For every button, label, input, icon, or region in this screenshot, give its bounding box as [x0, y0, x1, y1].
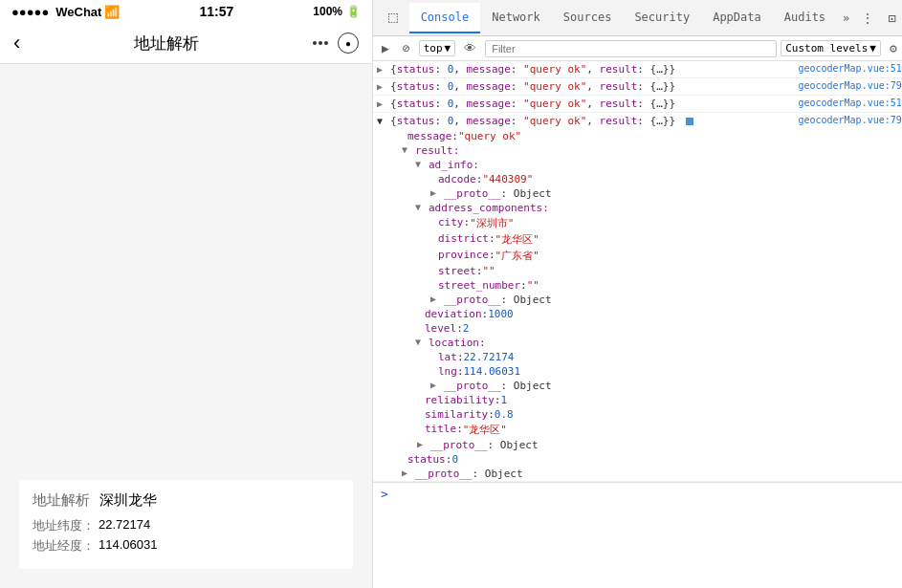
record-button[interactable]: ● — [338, 33, 359, 54]
nav-left: ‹ — [13, 31, 20, 55]
province-key: province — [438, 249, 489, 261]
tree-street-line: street : "" — [388, 264, 902, 278]
street-val: "" — [482, 265, 495, 277]
level-val: 2 — [463, 322, 470, 335]
tab-console[interactable]: Console — [409, 3, 481, 33]
settings-button[interactable]: ⚙ — [885, 38, 902, 58]
tree-lng-line: lng : 114.06031 — [388, 364, 902, 379]
lat-key: lat — [438, 351, 457, 363]
proto4-arrow[interactable]: ▶ — [417, 439, 430, 449]
address-components-arrow[interactable]: ▼ — [415, 202, 429, 212]
log-entry-1[interactable]: ▶ {status: 0, message: "query ok", resul… — [373, 61, 902, 78]
tab-appdata[interactable]: AppData — [701, 3, 773, 33]
tree-proto5-line[interactable]: ▶ __proto__ : Object — [388, 467, 902, 481]
console-toolbar: ▶ ⊘ top ▼ 👁 Custom levels ▼ ⚙ — [373, 36, 902, 61]
proto1-label: __proto__ — [444, 187, 501, 200]
tree-title-line: title : "龙华区" — [388, 422, 902, 438]
lng-label: 地址经度： — [33, 537, 95, 555]
tree-city-line: city : "深圳市" — [388, 215, 902, 231]
status-bar-right: 100% 🔋 — [313, 5, 361, 18]
tab-elements[interactable]: ⬚ — [377, 0, 409, 35]
location-key: location: — [429, 337, 486, 349]
expand-arrow-2[interactable]: ▶ — [377, 80, 390, 92]
log-entry-2[interactable]: ▶ {status: 0, message: "query ok", resul… — [373, 78, 902, 96]
battery-percent: 100% — [313, 5, 342, 18]
tab-security[interactable]: Security — [623, 3, 701, 33]
expanded-block: message : "query ok" ▼ result: ▼ ad_info… — [373, 129, 902, 482]
address-title-value: 深圳龙华 — [99, 491, 157, 510]
eye-button[interactable]: 👁 — [459, 38, 481, 58]
context-dropdown-icon: ▼ — [445, 42, 451, 54]
status-key: status — [407, 453, 446, 466]
expand-arrow-1[interactable]: ▶ — [377, 63, 390, 75]
log-source-3[interactable]: geocoderMap.vue:51 — [790, 98, 901, 108]
proto3-label: __proto__ — [444, 380, 501, 392]
address-card: 地址解析 深圳龙华 地址纬度： 22.72174 地址经度： 114.06031 — [19, 480, 353, 569]
wifi-icon: 📶 — [104, 5, 120, 19]
log-source-4[interactable]: geocoderMap.vue:79 — [790, 115, 901, 125]
clear-button[interactable]: ⊘ — [398, 38, 415, 58]
tree-proto2-line[interactable]: ▶ __proto__ : Object — [388, 293, 902, 307]
log-source-1[interactable]: geocoderMap.vue:51 — [790, 63, 901, 74]
prompt-line: > — [373, 482, 902, 505]
adinfo-collapse-arrow[interactable]: ▼ — [415, 159, 429, 169]
tree-message-line: message : "query ok" — [388, 129, 902, 143]
status-bar-time: 11:57 — [199, 4, 233, 19]
proto5-label: __proto__ — [415, 468, 473, 480]
city-val: "深圳市" — [470, 216, 514, 230]
context-value: top — [424, 42, 443, 54]
tree-similarity-line: similarity : 0.8 — [388, 407, 902, 422]
tree-proto1-line[interactable]: ▶ __proto__ : Object — [388, 186, 902, 201]
tree-level-line: level : 2 — [388, 321, 902, 336]
tree-proto3-line[interactable]: ▶ __proto__ : Object — [388, 379, 902, 393]
tab-network[interactable]: Network — [480, 3, 552, 33]
proto2-arrow[interactable]: ▶ — [430, 294, 444, 304]
district-val: "龙华区" — [495, 232, 539, 247]
lat-field: 地址纬度： 22.72174 — [33, 517, 340, 534]
adcode-key: adcode — [438, 173, 476, 185]
tree-location-line: ▼ location: — [388, 336, 902, 350]
proto3-arrow[interactable]: ▶ — [430, 380, 444, 390]
lng-key: lng — [438, 365, 457, 378]
proto5-arrow[interactable]: ▶ — [402, 468, 415, 478]
tab-audits[interactable]: Audits — [773, 3, 837, 33]
log-entry-3[interactable]: ▶ {status: 0, message: "query ok", resul… — [373, 96, 902, 113]
deviation-key: deviation — [425, 308, 482, 320]
options-button[interactable]: ⋮ — [855, 7, 880, 30]
tree-proto4-line[interactable]: ▶ __proto__ : Object — [388, 438, 902, 452]
mobile-panel: ●●●●● WeChat 📶 11:57 100% 🔋 ‹ 地址解析 ● — [0, 0, 373, 588]
more-menu-icon[interactable] — [313, 41, 328, 45]
lng-val: 114.06031 — [464, 365, 521, 378]
log-source-2[interactable]: geocoderMap.vue:79 — [790, 80, 901, 91]
lat-label: 地址纬度： — [33, 517, 95, 534]
reliability-key: reliability — [425, 394, 495, 406]
filter-input[interactable] — [485, 40, 777, 57]
dock-button[interactable]: ⊡ — [882, 7, 901, 30]
lat-val: 22.72174 — [464, 351, 515, 363]
tree-status-line: status : 0 — [388, 452, 902, 467]
expand-arrow-4[interactable]: ▼ — [377, 115, 390, 126]
district-key: district — [438, 232, 489, 245]
tree-adcode-line: adcode : "440309" — [388, 172, 902, 186]
result-collapse-arrow[interactable]: ▼ — [402, 144, 415, 155]
location-arrow[interactable]: ▼ — [415, 337, 429, 347]
proto1-arrow[interactable]: ▶ — [430, 187, 444, 198]
back-button[interactable]: ‹ — [13, 31, 20, 55]
context-selector[interactable]: top ▼ — [419, 40, 456, 56]
devtools-actions: ⋮ ⊡ — [855, 7, 901, 30]
more-tabs-button[interactable]: » — [837, 4, 855, 33]
status-val: 0 — [451, 453, 458, 466]
log-entry-4[interactable]: ▼ {status: 0, message: "query ok", resul… — [373, 113, 902, 129]
console-output: ▶ {status: 0, message: "query ok", resul… — [373, 61, 902, 588]
log-content-3: {status: 0, message: "query ok", result:… — [390, 98, 790, 110]
run-button[interactable]: ▶ — [377, 38, 394, 58]
prompt-symbol: > — [381, 487, 388, 501]
custom-levels-selector[interactable]: Custom levels ▼ — [781, 40, 881, 56]
lng-field: 地址经度： 114.06031 — [33, 537, 340, 555]
expand-arrow-3[interactable]: ▶ — [377, 98, 390, 109]
adinfo-key: ad_info: — [429, 159, 479, 171]
nav-bar: ‹ 地址解析 ● — [0, 23, 372, 64]
tab-sources[interactable]: Sources — [552, 3, 624, 33]
street-number-key: street_number — [438, 279, 520, 292]
tree-district-line: district : "龙华区" — [388, 231, 902, 248]
